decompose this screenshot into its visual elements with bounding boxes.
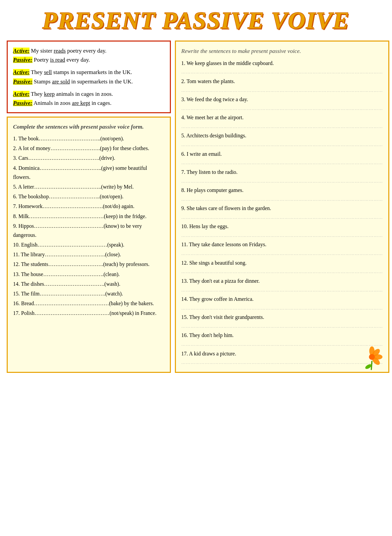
example-2-active: Active: They sell stamps in supermarkets… [13,68,165,77]
dotted-line-6: …………………………………………………………………………………………………………… [181,159,383,166]
dotted-line-4: …………………………………………………………………………………………………………… [181,123,383,130]
dotted-line-16: …………………………………………………………………………………………………………… [181,340,383,348]
active-label-1: Active: [13,48,29,54]
example-3-passive: Passive: Animals in zoos are kept in cag… [13,98,165,108]
example-1-active: Active: My sister reads poetry every day… [13,46,165,55]
right-title: Rewrite the sentences to make present pa… [181,46,383,57]
dotted-line-17: …………………………………………………………………………………………………………… [181,358,383,366]
exercise-item-6: 6. The bookshop………………………..(not/open). [13,192,165,201]
exercise-item-16: 16. Bread……………………………………(bake) by the bak… [13,299,165,308]
dotted-line-1: …………………………………………………………………………………………………………… [181,68,383,76]
exercise-item-14: 14. The dishes…………………………….(wash). [13,279,165,288]
dotted-line-5: …………………………………………………………………………………………………………… [181,141,383,148]
right-item-13: 13. They don't eat a pizza for dinner. [181,276,383,286]
example-1: Active: My sister reads poetry every day… [13,46,165,64]
right-box: Rewrite the sentences to make present pa… [175,41,389,373]
exercise-item-10: 10. English…………………………………(speak). [13,240,165,249]
dotted-line-13: …………………………………………………………………………………………………………… [181,286,383,294]
page-title: PRESENT PASSIVE VOIVE [7,7,385,35]
right-item-3: 3. We feed the dog twice a day. [181,95,383,105]
exercise-item-15: 15. The film……………………………….(watch). [13,289,165,298]
dotted-line-15: …………………………………………………………………………………………………………… [181,322,383,330]
right-item-9: 9. She takes care of flowers in the gard… [181,204,383,213]
dotted-line-2: …………………………………………………………………………………………………………… [181,86,383,94]
exercise-item-3: 3. Cars………………………………….(drive). [13,153,165,162]
exercise-item-9: 9. Hippos…………………………………(know) to be very … [13,221,165,240]
passive-label-3: Passive: [13,100,32,106]
dotted-line-3: …………………………………………………………………………………………………………… [181,105,383,112]
svg-point-6 [369,354,375,360]
right-item-1: 1. We keep glasses in the middle cupboar… [181,59,383,68]
right-item-16: 16. They don't help him. [181,331,383,340]
example-3: Active: They keep animals in cages in zo… [13,89,165,108]
dotted-line-12: …………………………………………………………………………………………………………… [181,268,383,275]
right-item-6: 6. I write an email. [181,149,383,159]
examples-box: Active: My sister reads poetry every day… [7,41,171,113]
active-label-3: Active: [13,91,29,97]
exercise-item-8: 8. Milk……………………………………(keep) in the fridg… [13,212,165,221]
example-3-active: Active: They keep animals in cages in zo… [13,89,165,98]
dotted-line-8: …………………………………………………………………………………………………………… [181,195,383,203]
exercise-item-5: 5. A letter………………………………..(write) by Mel. [13,182,165,191]
exercise-item-13: 13. The house…………………………….(clean). [13,270,165,279]
exercises-title: Complete the sentences with present pass… [13,122,165,132]
right-item-7: 7. They listen to the radio. [181,168,383,177]
exercise-item-7: 7. Homework…………………………….(not/do) again. [13,202,165,211]
right-item-12: 12. She sings a beautiful song. [181,258,383,268]
exercise-item-11: 11. The library…………………………….(close). [13,250,165,259]
active-label-2: Active: [13,69,29,75]
exercise-item-17: 17. Polish……………………………………(not/speak) in F… [13,309,165,318]
example-2: Active: They sell stamps in supermarkets… [13,68,165,86]
right-list: 1. We keep glasses in the middle cupboar… [181,59,383,366]
exercise-item-4: 4. Dominica……………………………..(give) some beau… [13,163,165,182]
exercise-item-1: 1. The book……………………………..(not/open). [13,134,165,143]
exercise-item-12: 12. The students………………………….(teach) by pr… [13,260,165,269]
exercises-box: Complete the sentences with present pass… [7,117,171,373]
right-item-11: 11. They take dance lessons on Fridays. [181,240,383,250]
dotted-line-11: …………………………………………………………………………………………………………… [181,250,383,257]
right-item-15: 15. They don't visit their grandparents. [181,313,383,322]
flower-decoration [360,344,384,367]
passive-label-1: Passive: [13,57,32,63]
dotted-line-10: …………………………………………………………………………………………………………… [181,231,383,239]
dotted-line-14: …………………………………………………………………………………………………………… [181,304,383,312]
dotted-line-7: …………………………………………………………………………………………………………… [181,177,383,185]
right-item-14: 14. They grow coffee in America. [181,294,383,304]
dotted-line-9: …………………………………………………………………………………………………………… [181,213,383,221]
passive-label-2: Passive: [13,78,32,85]
right-item-8: 8. He plays computer games. [181,186,383,195]
exercise-list: 1. The book……………………………..(not/open).2. A … [13,134,165,318]
right-item-2: 2. Tom waters the plants. [181,77,383,86]
example-1-passive: Passive: Poetry is read every day. [13,55,165,64]
right-item-5: 5. Architects design buildings. [181,131,383,141]
right-item-17: 17. A kid draws a picture. [181,349,383,359]
right-item-10: 10. Hens lay the eggs. [181,222,383,231]
example-2-passive: Passive: Stamps are sold in supermarkets… [13,77,165,86]
right-item-4: 4. We meet her at the airport. [181,113,383,123]
exercise-item-2: 2. A lot of money……………………….(pay) for the… [13,144,165,153]
